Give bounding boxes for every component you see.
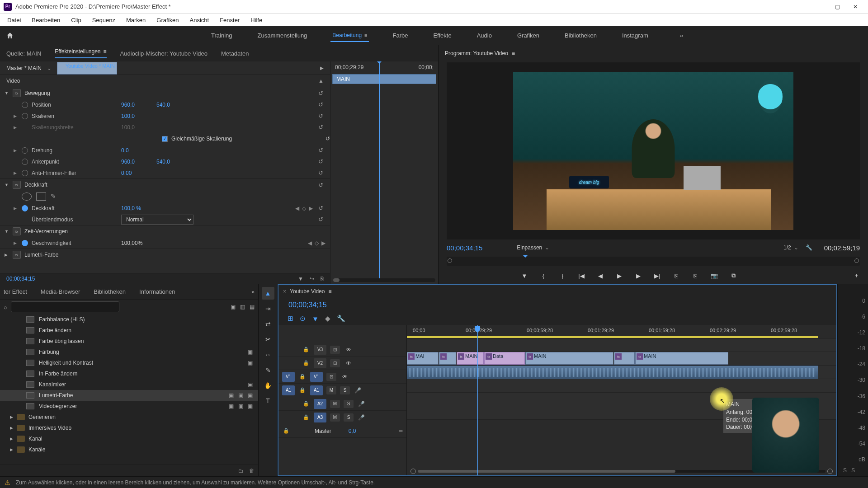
marker-icon[interactable]: ▼: [312, 315, 319, 323]
track-master[interactable]: 🔒Master0,0⊨: [278, 424, 406, 438]
group-deckkraft[interactable]: ▼fx Deckkraft ↺: [0, 179, 330, 191]
effect-item[interactable]: Färbung▣: [0, 347, 258, 357]
lift-icon[interactable]: ⎘: [671, 270, 682, 281]
tab-metadata[interactable]: Metadaten: [221, 50, 249, 57]
program-viewer[interactable]: dream big: [447, 62, 860, 239]
tab-effect-controls[interactable]: Effekteinstellungen≡: [55, 48, 106, 58]
razor-tool-icon[interactable]: ✂: [262, 333, 274, 346]
deckkraft-value[interactable]: 100,0 %: [121, 205, 153, 211]
rect-mask-icon[interactable]: [36, 192, 46, 201]
maximize-button[interactable]: ▢: [828, 0, 846, 14]
timeline-clip[interactable]: fxData: [484, 352, 525, 365]
effect-item[interactable]: Farbe ändern: [0, 325, 258, 336]
list-view-icon[interactable]: ▤: [250, 304, 255, 310]
effect-folder[interactable]: ▶Generieren: [0, 412, 258, 422]
reset-icon[interactable]: ↺: [316, 147, 326, 154]
lock-icon[interactable]: 🔒: [298, 387, 307, 393]
minimize-button[interactable]: ─: [810, 0, 828, 14]
filter-icon[interactable]: ▼: [298, 276, 303, 282]
reset-icon[interactable]: ↺: [326, 136, 330, 142]
trash-icon[interactable]: 🗑: [249, 468, 255, 474]
chevron-down-icon[interactable]: ⌄: [47, 65, 52, 71]
stopwatch-icon[interactable]: [22, 159, 28, 165]
effects-list[interactable]: Farbbalance (HLS)Farbe ändernFarbe übrig…: [0, 314, 258, 465]
reset-icon[interactable]: ↺: [316, 124, 326, 131]
menu-bearbeiten[interactable]: Bearbeiten: [27, 15, 65, 25]
pen-mask-icon[interactable]: [51, 192, 61, 201]
group-lumetri[interactable]: ▶fx Lumetri-Farbe: [0, 249, 330, 261]
next-edit-icon[interactable]: ▶|: [652, 270, 663, 281]
eye-icon[interactable]: 👁: [344, 360, 354, 366]
close-icon[interactable]: ×: [283, 288, 286, 295]
ellipse-mask-icon[interactable]: [22, 192, 32, 201]
solo-right[interactable]: S: [851, 467, 855, 474]
reset-icon[interactable]: ↺: [316, 205, 326, 211]
track-a3[interactable]: 🔒A3MS🎤: [278, 411, 406, 424]
timeline-clip[interactable]: fx: [614, 352, 635, 365]
skalieren-value[interactable]: 100,0: [121, 113, 153, 119]
scrub-start-icon[interactable]: [448, 258, 452, 263]
track-v1[interactable]: V1🔒V1⊡👁: [278, 370, 406, 384]
blend-mode-select[interactable]: Normal: [121, 215, 193, 225]
ec-timeline[interactable]: 00;00;29;29 00;00; MAIN: [330, 61, 438, 284]
panel-menu-icon[interactable]: ≡: [104, 48, 107, 55]
panel-menu-icon[interactable]: ≡: [512, 50, 515, 56]
stopwatch-icon[interactable]: [22, 240, 28, 246]
group-zeit[interactable]: ▼fx Zeit-Verzerrungen: [0, 225, 330, 237]
tab-info[interactable]: Informationen: [139, 288, 175, 295]
linked-selection-icon[interactable]: ⊙: [300, 314, 306, 323]
export-frame-icon[interactable]: 📷: [709, 270, 720, 281]
wrench-icon[interactable]: 🔧: [806, 244, 812, 251]
menu-fenster[interactable]: Fenster: [215, 15, 244, 25]
sequence-name[interactable]: Youtube Video: [290, 288, 325, 295]
reset-icon[interactable]: ↺: [316, 169, 326, 176]
mic-icon[interactable]: 🎤: [354, 387, 362, 394]
reset-icon[interactable]: ↺: [316, 216, 326, 223]
ripple-tool-icon[interactable]: ⇄: [262, 318, 274, 330]
snap-icon[interactable]: ⊞: [288, 314, 293, 323]
effect-item[interactable]: Lumetri-Farbe▣▣▣: [0, 390, 258, 401]
play-icon[interactable]: ▶: [614, 270, 625, 281]
step-forward-icon[interactable]: ▶: [633, 270, 644, 281]
effect-item[interactable]: Farbbalance (HLS): [0, 314, 258, 325]
prev-edit-icon[interactable]: |◀: [576, 270, 587, 281]
clip-instance-label[interactable]: Youtube Video * MAIN: [57, 62, 117, 75]
program-scrubber[interactable]: [447, 257, 860, 266]
menu-clip[interactable]: Clip: [66, 15, 85, 25]
timeline-timecode[interactable]: 00;00;34;15: [288, 301, 327, 309]
stopwatch-icon[interactable]: [22, 102, 28, 108]
new-bin-icon[interactable]: ▣: [231, 304, 236, 310]
track-a2[interactable]: 🔒A2MS🎤: [278, 397, 406, 411]
chevron-down-icon[interactable]: ⌄: [794, 244, 798, 251]
track-a1[interactable]: A1🔒A1MS🎤: [278, 384, 406, 397]
menu-sequenz[interactable]: Sequenz: [88, 15, 120, 25]
position-x[interactable]: 960,0: [121, 102, 153, 108]
tab-source[interactable]: Quelle: MAIN: [6, 50, 41, 57]
reset-icon[interactable]: ↺: [316, 182, 326, 188]
ws-instagram[interactable]: Instagram: [620, 29, 650, 42]
track-v2[interactable]: 🔒V2⊡👁: [278, 357, 406, 370]
close-button[interactable]: ✕: [846, 0, 864, 14]
ws-farbe[interactable]: Farbe: [391, 29, 410, 42]
timeline-clip[interactable]: fxMAIN: [457, 352, 484, 365]
effect-item[interactable]: Videobegrenzer▣▣▣: [0, 401, 258, 412]
stopwatch-icon[interactable]: [22, 147, 28, 154]
pin-icon[interactable]: ⎘: [321, 276, 324, 282]
button-editor-icon[interactable]: ＋: [851, 270, 862, 281]
lock-icon[interactable]: 🔒: [302, 347, 310, 352]
lock-icon[interactable]: 🔒: [298, 374, 307, 380]
ws-effekte[interactable]: Effekte: [431, 29, 453, 42]
ec-clip[interactable]: MAIN: [332, 74, 436, 84]
type-tool-icon[interactable]: T: [262, 394, 274, 407]
antiflimmer-value[interactable]: 0,00: [121, 170, 153, 176]
effect-item[interactable]: Kanalmixer▣: [0, 379, 258, 390]
ec-scrollbar[interactable]: [333, 278, 435, 282]
stopwatch-icon[interactable]: [22, 205, 28, 211]
reset-icon[interactable]: ↺: [316, 158, 326, 165]
effect-item[interactable]: In Farbe ändern: [0, 368, 258, 379]
add-marker-icon[interactable]: ◆: [325, 314, 330, 323]
chevron-down-icon[interactable]: ⌄: [545, 244, 549, 251]
timeline-playhead[interactable]: [477, 325, 478, 475]
lock-icon[interactable]: 🔒: [302, 360, 310, 366]
reset-icon[interactable]: ↺: [316, 113, 326, 119]
